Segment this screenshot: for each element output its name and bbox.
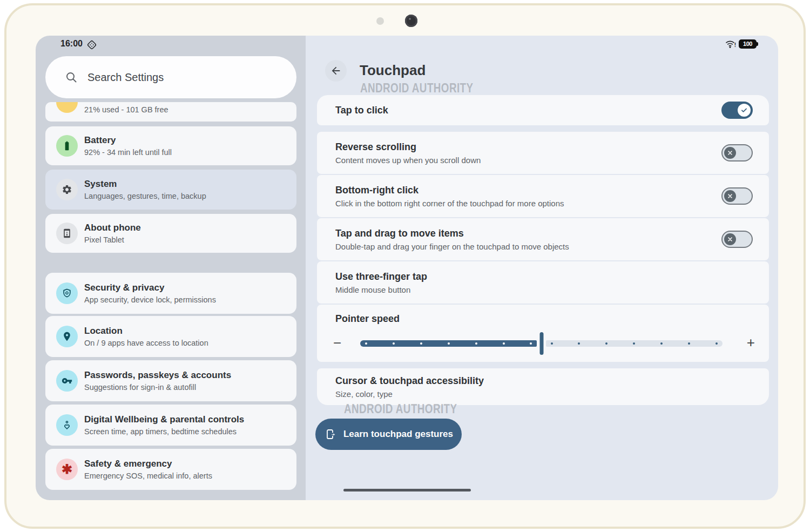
item-title: About phone [84,222,141,234]
search-settings-bar[interactable]: Search Settings [45,56,296,98]
asterisk-icon: ✱ [56,459,78,480]
touchpad-settings-panel: ! 100 Touchpad ANDROID AUTHORITY Tap to … [306,36,778,500]
row-three-finger-tap[interactable]: Use three-finger tap Middle mouse button [317,261,769,304]
row-reverse-scrolling[interactable]: Reverse scrolling Content moves up when … [317,132,769,174]
item-title: Safety & emergency [84,458,212,470]
x-icon [727,236,733,243]
page-title: Touchpad [360,62,426,79]
sidebar-item-about-phone[interactable]: About phone Pixel Tablet [45,214,296,253]
settings-sidebar: 16:00 Search Settings [36,36,306,500]
back-arrow-icon [330,65,342,77]
item-title: Passwords, passkeys & accounts [84,369,231,381]
row-subtitle: Middle mouse button [335,285,427,295]
sidebar-item-storage-partial[interactable]: 21% used - 101 GB free [45,102,296,122]
sidebar-item-safety-emergency[interactable]: ✱ Safety & emergency Emergency SOS, medi… [45,449,296,490]
settings-app-window: 16:00 Search Settings [36,36,778,500]
x-icon [727,150,733,156]
row-title: Tap and drag to move items [335,227,569,240]
sidebar-item-digital-wellbeing[interactable]: Digital Wellbeing & parental controls Sc… [45,405,296,446]
item-subtitle: 21% used - 101 GB free [84,105,168,115]
battery-100-icon: 100 [739,39,757,49]
row-title: Cursor & touchpad accessibility [335,374,484,387]
tap-to-click-toggle[interactable] [721,102,753,119]
bottom-right-click-toggle[interactable] [721,187,753,205]
row-title: Tap to click [335,104,388,117]
wifi-alert-icon: ! [725,39,736,49]
item-subtitle: Screen time, app timers, bedtime schedul… [84,427,244,437]
location-pin-icon [56,326,78,347]
item-subtitle: Languages, gestures, time, backup [84,191,206,201]
watermark: ANDROID AUTHORITY [344,401,457,416]
row-title: Reverse scrolling [335,140,481,153]
search-placeholder: Search Settings [87,71,164,84]
tap-and-drag-toggle[interactable] [721,231,753,248]
sidebar-item-security-privacy[interactable]: Security & privacy App security, device … [45,273,296,314]
pointer-speed-slider[interactable] [360,340,723,347]
status-icons: ! 100 [725,39,757,49]
key-icon [56,370,78,392]
tablet-gesture-icon [324,428,337,441]
front-camera [405,15,417,27]
gesture-navigation-handle[interactable] [343,489,471,491]
reverse-scrolling-toggle[interactable] [721,144,753,161]
slider-increase-button[interactable]: + [747,334,755,351]
toggle-thumb [724,190,736,202]
row-bottom-right-click[interactable]: Bottom-right click Click in the bottom r… [317,175,769,217]
item-title: Security & privacy [84,282,216,294]
wellbeing-icon [56,414,78,436]
toggle-thumb [738,104,751,117]
sidebar-item-battery[interactable]: Battery 92% - 34 min left until full [45,126,296,165]
row-subtitle: Click in the bottom right corner of the … [335,198,564,209]
gear-icon [56,179,78,200]
slider-thumb[interactable] [539,332,543,355]
item-subtitle: App security, device lock, permissions [84,295,216,305]
item-title: System [84,178,206,190]
item-subtitle: Emergency SOS, medical info, alerts [84,471,212,481]
sidebar-item-location[interactable]: Location On / 9 apps have access to loca… [45,316,296,357]
row-title: Bottom-right click [335,184,564,197]
tablet-bezel: 16:00 Search Settings [4,3,806,529]
learn-touchpad-gestures-button[interactable]: Learn touchpad gestures [315,419,462,450]
row-pointer-speed: Pointer speed − [317,305,769,362]
item-title: Battery [84,134,172,146]
button-label: Learn touchpad gestures [343,429,453,440]
item-subtitle: 92% - 34 min left until full [84,147,172,158]
row-subtitle: Content moves up when you scroll down [335,155,481,166]
row-cursor-accessibility[interactable]: Cursor & touchpad accessibility Size, co… [317,368,769,405]
item-title: Location [84,325,208,337]
battery-icon [56,135,78,157]
phone-icon [56,223,78,244]
item-subtitle: On / 9 apps have access to location [84,338,208,348]
slider-filled-track [360,340,537,347]
row-tap-to-click[interactable]: Tap to click [317,95,769,125]
sidebar-item-system[interactable]: System Languages, gestures, time, backup [45,170,296,210]
x-icon [727,193,733,199]
hub-mode-icon [86,39,97,50]
check-icon [740,106,748,114]
ambient-sensor [376,17,384,25]
row-title: Use three-finger tap [335,270,427,283]
row-tap-and-drag[interactable]: Tap and drag to move items Double-tap an… [317,218,769,260]
search-icon [65,71,78,84]
item-title: Digital Wellbeing & parental controls [84,414,244,426]
clock: 16:00 [60,39,83,49]
toggle-thumb [724,147,736,159]
storage-icon [56,102,78,113]
slider-decrease-button[interactable]: − [333,335,341,352]
shield-icon [56,282,78,304]
row-subtitle: Size, color, type [335,389,484,400]
item-subtitle: Pixel Tablet [84,235,141,245]
slider-remaining-track [546,340,723,347]
sidebar-item-passwords[interactable]: Passwords, passkeys & accounts Suggestio… [45,360,296,401]
toggle-thumb [724,233,736,245]
row-subtitle: Double-tap and drag your finger on the t… [335,241,569,252]
item-subtitle: Suggestions for sign-in & autofill [84,382,231,393]
watermark: ANDROID AUTHORITY [360,80,474,96]
screenshot-root: 16:00 Search Settings [0,0,810,532]
back-button[interactable] [325,60,347,82]
slider-label: Pointer speed [335,313,400,325]
